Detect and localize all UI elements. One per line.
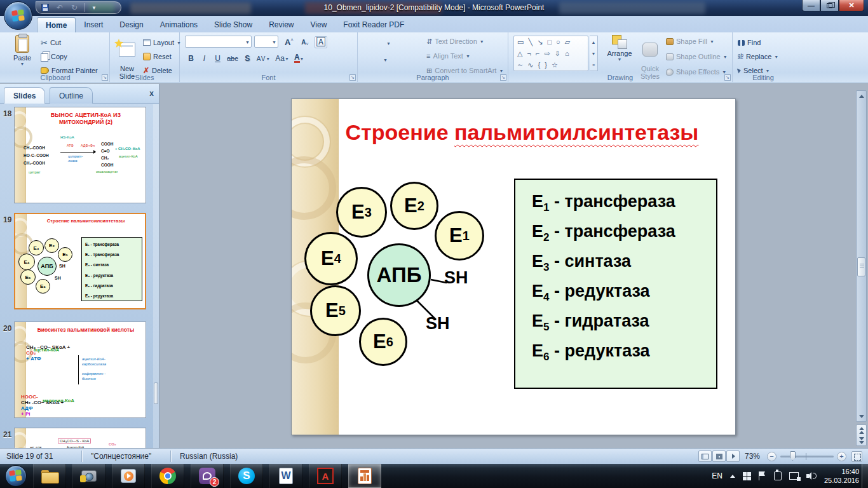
change-case-button[interactable]: Aa▼ [273, 53, 291, 65]
slideshow-button[interactable] [726, 451, 740, 462]
taskbar-explorer-button[interactable] [33, 464, 66, 488]
shapes-gallery-scroll[interactable]: ▲ ▼ ≡ [590, 36, 598, 71]
network-icon[interactable] [789, 472, 799, 480]
text-shadow-button[interactable]: S [241, 53, 254, 65]
clock[interactable]: 16:40 25.03.2016 [824, 467, 859, 485]
taskbar-chrome-button[interactable] [151, 464, 184, 488]
paste-dropdown-arrow[interactable]: ▼ [8, 62, 37, 66]
tab-insert[interactable]: Insert [76, 17, 111, 32]
italic-button[interactable]: I [198, 53, 210, 65]
slide-title[interactable]: Строение пальмитоилсинтетазы [320, 120, 724, 145]
thumbnail-slide-19[interactable]: Строение пальмитоилсинтетазы E₃ E₂ E₁ E₄… [14, 213, 146, 309]
tab-slides[interactable]: Slides [4, 87, 45, 104]
tab-home[interactable]: Home [37, 17, 76, 32]
enzyme-circle-e2[interactable]: E2 [390, 182, 438, 230]
font-name-combo[interactable]: ▼ [185, 36, 252, 48]
action-center-icon[interactable] [759, 471, 766, 480]
shrink-font-button[interactable]: A˅ [299, 36, 311, 48]
redo-button[interactable]: ↻ [69, 3, 79, 13]
line-spacing-button[interactable]: ▼ [386, 39, 391, 46]
clipboard-dialog-launcher[interactable]: ↘ [102, 74, 108, 81]
shapes-gallery[interactable]: ▭ ╲ ↘ □ ○ ▱ △ ¬ ⌐ ⇨ ⇩ ⌂ ∼ ∿ { } ☆ [513, 36, 588, 71]
font-color-button[interactable]: A▼ [292, 53, 306, 65]
thumbnail-slide-20[interactable]: Биосинтез пальмитиновой кислоты CH₃ –CO~… [14, 322, 146, 418]
underline-button[interactable]: U [212, 53, 224, 65]
previous-slide-button[interactable] [859, 427, 864, 434]
minimize-button[interactable]: — [802, 0, 820, 11]
enzyme-legend-box[interactable]: E1 - трансфераза E2 - трансфераза E3 - с… [514, 179, 717, 389]
zoom-in-button[interactable]: + [837, 452, 846, 461]
bullets-button[interactable] [363, 39, 366, 46]
theme-name[interactable]: "Солнцестояние" [91, 449, 151, 464]
taskbar-word-button[interactable]: W [269, 464, 302, 488]
restore-button[interactable] [820, 0, 839, 11]
enzyme-circle-e6[interactable]: E6 [359, 318, 407, 366]
taskbar-media-player-button[interactable] [112, 464, 145, 488]
tab-design[interactable]: Design [111, 17, 151, 32]
scrollbar-thumb[interactable] [857, 257, 865, 276]
office-button[interactable] [4, 1, 32, 30]
thumbnail-slide-21[interactable]: CH₃CO—S - КоА Ацетил-КоА CO₂ HS-АПБ [14, 428, 146, 448]
drawing-dialog-launcher[interactable]: ↘ [724, 74, 731, 81]
strikethrough-button[interactable]: abc [225, 53, 240, 65]
taskbar-photo-app-button[interactable] [72, 464, 105, 488]
text-direction-button[interactable]: ⇵ Text Direction▼ [426, 35, 503, 48]
slides-panel-scrollbar[interactable] [153, 104, 159, 448]
enzyme-circle-e3[interactable]: E3 [336, 187, 387, 238]
tab-outline[interactable]: Outline [50, 87, 93, 104]
zoom-slider-thumb[interactable] [790, 451, 796, 461]
tray-app-icon[interactable] [743, 472, 751, 480]
find-button[interactable]: Find [738, 36, 761, 49]
taskbar-powerpoint-button[interactable] [348, 464, 381, 488]
zoom-out-button[interactable]: − [767, 452, 776, 461]
language-button[interactable]: EN [712, 471, 722, 480]
cut-button[interactable]: ✂ Cut [41, 36, 61, 49]
show-hidden-icons-button[interactable] [730, 475, 735, 478]
volume-icon[interactable] [806, 471, 817, 480]
scroll-up-button[interactable] [857, 91, 866, 101]
tab-foxit-reader-pdf[interactable]: Foxit Reader PDF [335, 17, 412, 32]
bold-button[interactable]: B [185, 53, 197, 65]
slides-panel-scroll-thumb[interactable] [154, 383, 158, 404]
show-desktop-button[interactable] [862, 464, 868, 488]
tab-slide-show[interactable]: Slide Show [206, 17, 261, 32]
taskbar-acrobat-button[interactable]: A [309, 464, 342, 488]
clear-formatting-button[interactable]: 🄰 [315, 36, 327, 48]
align-text-button[interactable]: ≡ Align Text▼ [426, 50, 503, 62]
start-button[interactable] [5, 465, 27, 487]
vertical-scrollbar[interactable] [856, 90, 867, 422]
paragraph-dialog-launcher[interactable]: ↘ [500, 74, 506, 81]
tray-device-icon[interactable] [774, 471, 782, 480]
save-button[interactable] [40, 3, 50, 13]
scroll-down-button[interactable] [857, 411, 866, 421]
tab-animations[interactable]: Animations [152, 17, 206, 32]
zoom-slider-track[interactable] [780, 456, 834, 458]
enzyme-circle-e4[interactable]: E4 [304, 232, 358, 285]
next-slide-button[interactable] [859, 437, 864, 444]
close-button[interactable]: ✕ [839, 0, 864, 11]
enzyme-circle-e5[interactable]: E5 [310, 285, 361, 336]
taskbar-viber-button[interactable]: 2 [191, 464, 224, 488]
zoom-percentage[interactable]: 73% [745, 449, 760, 464]
character-spacing-button[interactable]: AV▼ [255, 53, 273, 65]
paste-button[interactable]: Paste ▼ [8, 35, 37, 66]
customize-qat-button[interactable]: ▼ [89, 3, 99, 13]
normal-view-button[interactable] [698, 451, 712, 462]
font-dialog-launcher[interactable]: ↘ [349, 74, 356, 81]
arrange-button[interactable]: Arrange ▼ [605, 35, 634, 62]
fit-to-window-button[interactable] [851, 451, 862, 462]
shape-fill-button[interactable]: Shape Fill▼ [666, 35, 728, 48]
apb-circle[interactable]: АПБ [367, 243, 431, 307]
replace-button[interactable]: abac Replace▼ [738, 50, 778, 63]
tab-review[interactable]: Review [261, 17, 302, 32]
font-size-combo[interactable]: ▼ [254, 36, 278, 48]
taskbar-skype-button[interactable]: S [230, 464, 263, 488]
slide-sorter-button[interactable] [712, 451, 726, 462]
tab-view[interactable]: View [302, 17, 336, 32]
language-indicator[interactable]: Russian (Russia) [180, 449, 238, 464]
current-slide[interactable]: Строение пальмитоилсинтетазы E1 E2 E3 E4… [291, 98, 736, 435]
copy-button[interactable]: Copy [41, 50, 67, 63]
undo-button[interactable]: ↶ [55, 3, 65, 13]
enzyme-circle-e1[interactable]: E1 [435, 211, 484, 261]
reset-button[interactable]: Reset [143, 50, 172, 63]
